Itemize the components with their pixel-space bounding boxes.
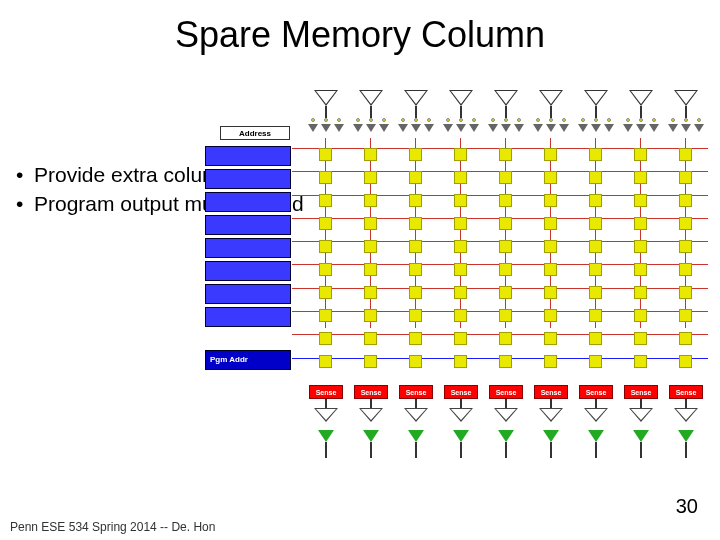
memory-cell bbox=[319, 286, 332, 299]
memory-cell bbox=[544, 309, 557, 322]
wire bbox=[460, 442, 462, 458]
column-driver bbox=[621, 118, 661, 138]
sense-amp: Sense bbox=[444, 385, 478, 399]
wire bbox=[685, 106, 687, 118]
memory-cell bbox=[589, 194, 602, 207]
memory-cell bbox=[409, 171, 422, 184]
memory-cell bbox=[364, 332, 377, 345]
memory-cell bbox=[409, 240, 422, 253]
memory-cell bbox=[409, 355, 422, 368]
wire bbox=[550, 442, 552, 458]
memory-cell bbox=[679, 148, 692, 161]
wire bbox=[505, 106, 507, 118]
memory-cell bbox=[544, 217, 557, 230]
memory-cell bbox=[499, 286, 512, 299]
memory-cell bbox=[544, 171, 557, 184]
memory-array-diagram: Address Pgm Addr SenseSenseSenseSenseSen… bbox=[200, 90, 710, 490]
memory-cell bbox=[634, 217, 647, 230]
output-mux-icon bbox=[404, 408, 428, 422]
output-mux-icon bbox=[674, 408, 698, 422]
cell-stack bbox=[544, 148, 557, 378]
memory-cell bbox=[319, 263, 332, 276]
memory-column: Sense bbox=[484, 90, 528, 470]
address-decoder-column bbox=[205, 146, 291, 330]
memory-cell bbox=[589, 286, 602, 299]
output-mux-icon bbox=[314, 408, 338, 422]
column-driver bbox=[486, 118, 526, 138]
memory-cell bbox=[634, 286, 647, 299]
memory-cell bbox=[544, 240, 557, 253]
memory-column: Sense bbox=[304, 90, 348, 470]
wire bbox=[370, 442, 372, 458]
memory-cell bbox=[679, 240, 692, 253]
memory-cell bbox=[679, 194, 692, 207]
input-buffer-icon bbox=[539, 90, 563, 106]
memory-cell bbox=[364, 240, 377, 253]
wire bbox=[505, 442, 507, 458]
column-driver bbox=[396, 118, 436, 138]
output-buffer-icon bbox=[543, 430, 559, 442]
cell-stack bbox=[634, 148, 647, 378]
memory-column: Sense bbox=[349, 90, 393, 470]
cell-stack bbox=[454, 148, 467, 378]
memory-column: Sense bbox=[664, 90, 708, 470]
address-label: Address bbox=[220, 126, 290, 140]
memory-cell bbox=[499, 309, 512, 322]
address-row bbox=[205, 307, 291, 327]
memory-cell bbox=[679, 309, 692, 322]
memory-cell bbox=[589, 240, 602, 253]
memory-cell bbox=[454, 194, 467, 207]
memory-cell bbox=[679, 263, 692, 276]
pgm-addr-block: Pgm Addr bbox=[205, 350, 291, 370]
cell-stack bbox=[364, 148, 377, 378]
memory-cell bbox=[544, 286, 557, 299]
input-buffer-icon bbox=[674, 90, 698, 106]
memory-cell bbox=[634, 309, 647, 322]
output-mux-icon bbox=[629, 408, 653, 422]
wire bbox=[685, 442, 687, 458]
memory-cell bbox=[634, 240, 647, 253]
wire bbox=[415, 106, 417, 118]
cell-stack bbox=[409, 148, 422, 378]
output-buffer-icon bbox=[363, 430, 379, 442]
memory-cell bbox=[364, 309, 377, 322]
memory-cell bbox=[499, 194, 512, 207]
footer-text: Penn ESE 534 Spring 2014 -- De. Hon bbox=[10, 520, 215, 534]
wire bbox=[325, 442, 327, 458]
wire bbox=[640, 442, 642, 458]
memory-cell bbox=[544, 332, 557, 345]
page-number: 30 bbox=[676, 495, 698, 518]
sense-amp: Sense bbox=[669, 385, 703, 399]
output-buffer-icon bbox=[498, 430, 514, 442]
input-buffer-icon bbox=[404, 90, 428, 106]
wire bbox=[370, 106, 372, 118]
address-row bbox=[205, 192, 291, 212]
memory-cell bbox=[634, 355, 647, 368]
memory-cell bbox=[544, 148, 557, 161]
sense-amp: Sense bbox=[534, 385, 568, 399]
address-row bbox=[205, 261, 291, 281]
memory-cell bbox=[634, 332, 647, 345]
memory-cell bbox=[679, 355, 692, 368]
memory-cell bbox=[409, 148, 422, 161]
memory-cell bbox=[544, 263, 557, 276]
input-buffer-icon bbox=[584, 90, 608, 106]
memory-cell bbox=[364, 217, 377, 230]
memory-cell bbox=[454, 148, 467, 161]
memory-cell bbox=[409, 194, 422, 207]
memory-cell bbox=[499, 217, 512, 230]
memory-cell bbox=[544, 194, 557, 207]
cell-stack bbox=[499, 148, 512, 378]
memory-cell bbox=[499, 148, 512, 161]
wire bbox=[640, 106, 642, 118]
memory-cell bbox=[319, 332, 332, 345]
memory-cell bbox=[364, 286, 377, 299]
memory-cell bbox=[409, 217, 422, 230]
memory-cell bbox=[364, 355, 377, 368]
memory-cell bbox=[364, 194, 377, 207]
memory-cell bbox=[634, 148, 647, 161]
memory-cell bbox=[454, 355, 467, 368]
memory-cell bbox=[454, 332, 467, 345]
memory-cell bbox=[319, 194, 332, 207]
input-buffer-icon bbox=[449, 90, 473, 106]
